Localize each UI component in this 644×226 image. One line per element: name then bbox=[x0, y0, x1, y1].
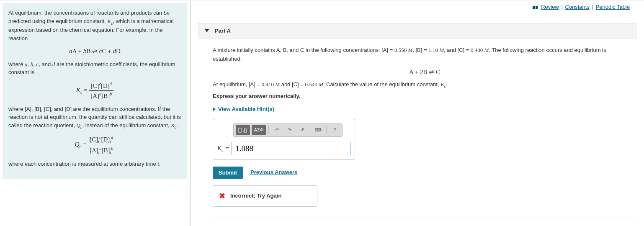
intro-kc-equation: Kc = [C]c[D]d [A]a[B]b bbox=[8, 81, 181, 101]
keyboard-button[interactable]: ⌨ bbox=[313, 125, 324, 135]
svg-rect-2 bbox=[245, 129, 247, 132]
kc-label: Kc = bbox=[217, 143, 229, 154]
part-b-row: Part B Complete previous part(s) bbox=[213, 224, 636, 226]
answer-input[interactable] bbox=[232, 142, 350, 155]
main-panel: Review | Constants | Periodic Table Part… bbox=[191, 0, 644, 226]
fraction-tool-button[interactable]: √ bbox=[236, 125, 250, 135]
submit-button[interactable]: Submit bbox=[213, 167, 243, 179]
help-button[interactable]: ? bbox=[329, 125, 340, 135]
caret-down-icon bbox=[205, 29, 209, 32]
intro-equation-1: aA + bB ⇌ cC + dD bbox=[8, 46, 181, 56]
undo-button[interactable]: ↶ bbox=[271, 125, 282, 135]
part-a-body: A mixture initially contains A, B, and C… bbox=[198, 39, 636, 226]
redo-button[interactable]: ↷ bbox=[284, 125, 295, 135]
answer-box: √ ΑΣΦ ↶ ↷ ↺ ⌨ ? Kc = bbox=[213, 119, 355, 160]
part-a-header[interactable]: Part A bbox=[198, 23, 636, 39]
reaction-equation: A + 2B ⇌ C bbox=[213, 67, 636, 77]
equation-toolbar: √ ΑΣΦ ↶ ↷ ↺ ⌨ ? bbox=[233, 123, 343, 137]
feedback-message: Incorrect; Try Again bbox=[230, 192, 281, 200]
intro-p1: At equilibrium, the concentrations of re… bbox=[8, 9, 181, 42]
part-a-title: Part A bbox=[215, 28, 231, 34]
intro-panel: At equilibrium, the concentrations of re… bbox=[0, 0, 191, 226]
problem-text-2: At equilibrium, [A] = 0.410 M and [C] = … bbox=[213, 80, 636, 90]
problem-text-1: A mixture initially contains A, B, and C… bbox=[213, 46, 636, 64]
previous-answers-link[interactable]: Previous Answers bbox=[250, 168, 297, 177]
divider bbox=[213, 218, 636, 218]
review-link[interactable]: Review bbox=[541, 4, 559, 10]
intro-content: At equilibrium, the concentrations of re… bbox=[3, 3, 187, 179]
periodic-table-link[interactable]: Periodic Table bbox=[596, 4, 630, 10]
top-links: Review | Constants | Periodic Table bbox=[532, 4, 630, 10]
view-hints-link[interactable]: View Available Hint(s) bbox=[213, 105, 274, 114]
greek-tool-button[interactable]: ΑΣΦ bbox=[252, 125, 266, 135]
constants-link[interactable]: Constants bbox=[565, 4, 590, 10]
book-icon bbox=[532, 5, 538, 10]
feedback-box: ✖ Incorrect; Try Again bbox=[213, 185, 317, 207]
instruction-text: Express your answer numerically. bbox=[213, 92, 636, 101]
intro-p2: where a, b, c, and d are the stoichiomet… bbox=[8, 60, 181, 77]
svg-rect-0 bbox=[239, 128, 241, 132]
caret-right-icon bbox=[213, 107, 216, 111]
reset-button[interactable]: ↺ bbox=[296, 125, 307, 135]
part-b-label: Part B bbox=[214, 225, 230, 226]
intro-p4: where each concentration is measured at … bbox=[8, 160, 181, 168]
part-b-message: Complete previous part(s) bbox=[235, 225, 298, 226]
incorrect-icon: ✖ bbox=[219, 190, 225, 202]
intro-qc-equation: Qc = [C]tc[D]td [A]ta[B]tb bbox=[8, 134, 181, 156]
intro-p3: where [A], [B], [C], and [D] are the equ… bbox=[8, 105, 181, 131]
